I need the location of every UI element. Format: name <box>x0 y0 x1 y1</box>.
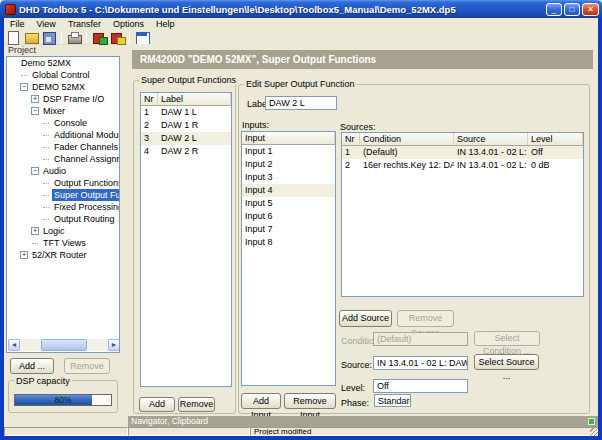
tree-item-tft-views[interactable]: TFT Views <box>7 237 119 249</box>
menu-options[interactable]: Options <box>107 18 150 31</box>
tree-item-demo-52mx[interactable]: −DEMO 52MX <box>7 81 119 93</box>
window-layout-icon[interactable] <box>134 31 150 44</box>
print-icon[interactable] <box>66 31 82 44</box>
expand-icon[interactable]: + <box>31 95 39 103</box>
expand-icon[interactable]: + <box>31 227 39 235</box>
tree-item-additional-modules[interactable]: Additional Modules <box>7 129 119 141</box>
close-button[interactable]: ✕ <box>582 3 599 16</box>
tree-horizontal-scrollbar[interactable]: ◄ ► <box>8 339 120 351</box>
tree-item-fader-channels[interactable]: Fader Channels <box>7 141 119 153</box>
tree-item-fixed-processing[interactable]: Fixed Processing <box>7 201 119 213</box>
tree-connector <box>21 75 27 76</box>
select-source-button[interactable]: Select Source ... <box>474 354 539 370</box>
tree-item-label: Additional Modules <box>52 129 120 141</box>
minimize-button[interactable]: _ <box>546 3 562 16</box>
column-header-condition[interactable]: Condition <box>360 133 454 145</box>
column-header-source-nr[interactable]: Nr <box>342 133 360 145</box>
remove-input-button[interactable]: Remove Input <box>284 393 336 409</box>
remove-function-button[interactable]: Remove <box>178 397 215 412</box>
add-source-button[interactable]: Add Source <box>339 310 392 327</box>
tree-item-super-output-functions[interactable]: Super Output Functions <box>7 189 119 201</box>
tree-connector <box>32 243 38 244</box>
maximize-button[interactable]: □ <box>564 3 580 16</box>
scrollbar-thumb[interactable] <box>41 339 87 351</box>
status-message: Project modified <box>250 427 598 436</box>
tree-item-52-xr-router[interactable]: +52/XR Router <box>7 249 119 261</box>
collapse-icon[interactable]: − <box>20 83 28 91</box>
add-input-button[interactable]: Add Input <box>241 393 281 409</box>
input-row-input-2[interactable]: Input 2 <box>242 158 335 171</box>
column-header-level[interactable]: Level <box>528 133 583 145</box>
input-row-input-4[interactable]: Input 4 <box>242 184 335 197</box>
function-row[interactable]: 3DAW 2 L <box>141 132 231 145</box>
label-input[interactable]: DAW 2 L <box>265 96 337 110</box>
level-field[interactable]: Off <box>373 379 468 393</box>
source-condition: (Default) <box>360 146 454 159</box>
tree-item-mixer[interactable]: −Mixer <box>7 105 119 117</box>
function-label: DAW 1 R <box>158 119 231 132</box>
remove-source-button: Remove Source <box>397 310 454 327</box>
function-row[interactable]: 4DAW 2 R <box>141 145 231 158</box>
function-row[interactable]: 2DAW 1 R <box>141 119 231 132</box>
column-header-label[interactable]: Label <box>158 93 231 105</box>
input-row-input-6[interactable]: Input 6 <box>242 210 335 223</box>
transfer-write-icon[interactable] <box>109 31 125 44</box>
phase-field[interactable]: Standard <box>374 394 411 407</box>
phase-caption: Phase: <box>341 398 369 408</box>
tree-item-label: Output Routing <box>52 213 117 225</box>
new-document-icon[interactable] <box>5 31 21 44</box>
titlebar[interactable]: DHD Toolbox 5 - C:\Dokumente und Einstel… <box>0 0 602 18</box>
tree-item-channel-assignment[interactable]: Channel Assignment <box>7 153 119 165</box>
source-row[interactable]: 1(Default)IN 13.4.01 - 02 L: D...Off <box>342 146 583 159</box>
tree-item-label: Demo 52MX <box>19 57 73 69</box>
add-device-button[interactable]: Add ... <box>10 358 54 374</box>
collapse-icon[interactable]: − <box>31 167 39 175</box>
page-title: RM4200D "DEMO 52MX", Super Output Functi… <box>132 50 593 69</box>
status-bar: Project modified <box>4 427 598 436</box>
navigator-bar[interactable]: Navigator, Clipboard <box>128 416 598 427</box>
save-icon[interactable] <box>41 31 57 44</box>
input-row-input-5[interactable]: Input 5 <box>242 197 335 210</box>
source-source: IN 13.4.01 - 02 L: D... <box>454 146 528 159</box>
expand-icon[interactable]: + <box>20 251 28 259</box>
tree-connector <box>43 195 49 196</box>
window-title: DHD Toolbox 5 - C:\Dokumente und Einstel… <box>19 4 546 15</box>
scroll-left-icon[interactable]: ◄ <box>8 339 20 351</box>
input-label: Input 3 <box>242 171 335 184</box>
source-row[interactable]: 216er rechts.Key 12: DAW 2|4IN 13.4.01 -… <box>342 159 583 172</box>
menu-file[interactable]: File <box>4 18 31 31</box>
condition-field: (Default) <box>373 332 468 346</box>
source-caption: Source: <box>341 360 372 370</box>
scroll-right-icon[interactable]: ► <box>108 339 120 351</box>
input-row-input-7[interactable]: Input 7 <box>242 223 335 236</box>
function-row[interactable]: 1DAW 1 L <box>141 106 231 119</box>
column-header-nr[interactable]: Nr <box>141 93 158 105</box>
source-field[interactable]: IN 13.4.01 - 02 L: DAW 2-4 <box>373 356 468 370</box>
tree-item-console[interactable]: Console <box>7 117 119 129</box>
tree-connector <box>43 135 49 136</box>
tree-item-logic[interactable]: +Logic <box>7 225 119 237</box>
tree-item-global-control[interactable]: Global Control <box>7 69 119 81</box>
tree-item-output-routing[interactable]: Output Routing <box>7 213 119 225</box>
collapse-icon[interactable]: − <box>31 107 39 115</box>
column-header-input[interactable]: Input <box>242 132 335 144</box>
open-icon[interactable] <box>23 31 39 44</box>
tree-item-label: Fixed Processing <box>52 201 120 213</box>
transfer-read-icon[interactable] <box>91 31 107 44</box>
menu-view[interactable]: View <box>31 18 62 31</box>
tree-item-output-functions[interactable]: Output Functions <box>7 177 119 189</box>
functions-list-header: Nr Label <box>141 93 231 106</box>
function-label: DAW 2 R <box>158 145 231 158</box>
column-header-source[interactable]: Source <box>454 133 528 145</box>
menu-help[interactable]: Help <box>150 18 181 31</box>
input-row-input-1[interactable]: Input 1 <box>242 145 335 158</box>
tree-item-dsp-frame-i-o[interactable]: +DSP Frame I/O <box>7 93 119 105</box>
tree-item-demo-52mx[interactable]: Demo 52MX <box>7 57 119 69</box>
input-row-input-8[interactable]: Input 8 <box>242 236 335 249</box>
menu-transfer[interactable]: Transfer <box>62 18 107 31</box>
tree-item-audio[interactable]: −Audio <box>7 165 119 177</box>
add-function-button[interactable]: Add <box>139 397 175 412</box>
input-row-input-3[interactable]: Input 3 <box>242 171 335 184</box>
tree-item-label: Logic <box>41 225 67 237</box>
resize-grip[interactable] <box>590 428 598 436</box>
